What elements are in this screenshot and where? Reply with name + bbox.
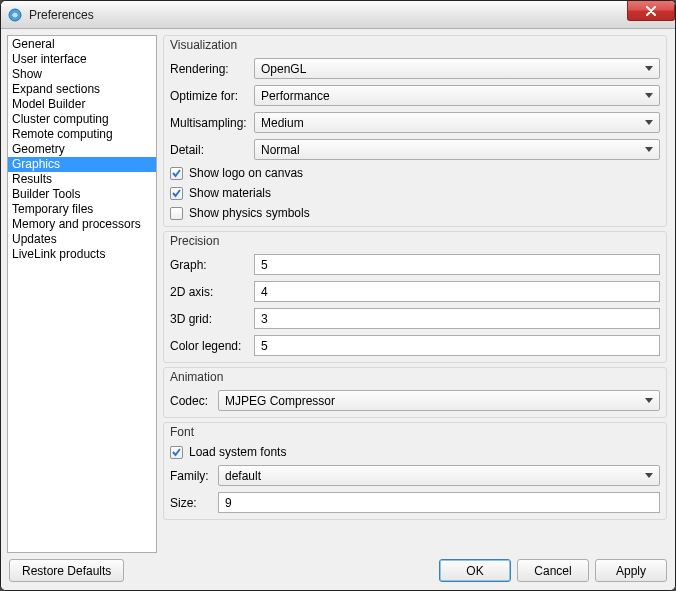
restore-defaults-button[interactable]: Restore Defaults: [9, 559, 124, 582]
multisampling-value: Medium: [261, 116, 645, 130]
chevron-down-icon: [645, 398, 653, 403]
chevron-down-icon: [645, 93, 653, 98]
multisampling-combo[interactable]: Medium: [254, 112, 660, 133]
animation-group: Animation Codec: MJPEG Compressor: [163, 367, 667, 418]
font-title: Font: [164, 423, 666, 443]
category-list[interactable]: General User interface Show Expand secti…: [7, 35, 157, 553]
main-area: General User interface Show Expand secti…: [7, 35, 669, 553]
visualization-group: Visualization Rendering: OpenGL Optimize…: [163, 35, 667, 227]
colorlegend-label: Color legend:: [170, 339, 250, 353]
nav-item-show[interactable]: Show: [8, 67, 156, 82]
font-group: Font Load system fonts Family: default: [163, 422, 667, 520]
precision-title: Precision: [164, 232, 666, 252]
load-fonts-checkbox[interactable]: [170, 446, 183, 459]
detail-value: Normal: [261, 143, 645, 157]
family-value: default: [225, 469, 645, 483]
chevron-down-icon: [645, 66, 653, 71]
axis2d-label: 2D axis:: [170, 285, 250, 299]
visualization-title: Visualization: [164, 36, 666, 56]
load-fonts-label: Load system fonts: [189, 445, 286, 459]
family-combo[interactable]: default: [218, 465, 660, 486]
chevron-down-icon: [645, 147, 653, 152]
show-physics-label: Show physics symbols: [189, 206, 310, 220]
precision-group: Precision Graph: 2D axis: 3D grid:: [163, 231, 667, 363]
nav-item-general[interactable]: General: [8, 37, 156, 52]
window-title: Preferences: [29, 8, 94, 22]
nav-item-geometry[interactable]: Geometry: [8, 142, 156, 157]
optimize-label: Optimize for:: [170, 89, 250, 103]
nav-item-memory-processors[interactable]: Memory and processors: [8, 217, 156, 232]
nav-item-graphics[interactable]: Graphics: [8, 157, 156, 172]
preferences-window: Preferences General User interface Show …: [0, 0, 676, 591]
detail-combo[interactable]: Normal: [254, 139, 660, 160]
nav-item-remote-computing[interactable]: Remote computing: [8, 127, 156, 142]
size-label: Size:: [170, 496, 214, 510]
nav-item-results[interactable]: Results: [8, 172, 156, 187]
size-input[interactable]: [218, 492, 660, 513]
ok-button[interactable]: OK: [439, 559, 511, 582]
settings-pane: Visualization Rendering: OpenGL Optimize…: [163, 35, 669, 553]
rendering-value: OpenGL: [261, 62, 645, 76]
nav-item-builder-tools[interactable]: Builder Tools: [8, 187, 156, 202]
detail-label: Detail:: [170, 143, 250, 157]
rendering-label: Rendering:: [170, 62, 250, 76]
cancel-button[interactable]: Cancel: [517, 559, 589, 582]
nav-item-temporary-files[interactable]: Temporary files: [8, 202, 156, 217]
show-physics-checkbox[interactable]: [170, 207, 183, 220]
rendering-combo[interactable]: OpenGL: [254, 58, 660, 79]
nav-item-updates[interactable]: Updates: [8, 232, 156, 247]
graph-input[interactable]: [254, 254, 660, 275]
colorlegend-input[interactable]: [254, 335, 660, 356]
multisampling-label: Multisampling:: [170, 116, 250, 130]
family-label: Family:: [170, 469, 214, 483]
button-bar: Restore Defaults OK Cancel Apply: [7, 553, 669, 584]
show-logo-checkbox[interactable]: [170, 167, 183, 180]
grid3d-label: 3D grid:: [170, 312, 250, 326]
nav-item-livelink-products[interactable]: LiveLink products: [8, 247, 156, 262]
show-logo-label: Show logo on canvas: [189, 166, 303, 180]
nav-item-model-builder[interactable]: Model Builder: [8, 97, 156, 112]
animation-title: Animation: [164, 368, 666, 388]
titlebar: Preferences: [1, 1, 675, 29]
close-button[interactable]: [627, 1, 675, 21]
chevron-down-icon: [645, 473, 653, 478]
app-icon: [7, 7, 23, 23]
nav-item-user-interface[interactable]: User interface: [8, 52, 156, 67]
codec-label: Codec:: [170, 394, 214, 408]
optimize-value: Performance: [261, 89, 645, 103]
codec-value: MJPEG Compressor: [225, 394, 645, 408]
chevron-down-icon: [645, 120, 653, 125]
show-materials-label: Show materials: [189, 186, 271, 200]
client-area: General User interface Show Expand secti…: [1, 29, 675, 590]
nav-item-expand-sections[interactable]: Expand sections: [8, 82, 156, 97]
axis2d-input[interactable]: [254, 281, 660, 302]
graph-label: Graph:: [170, 258, 250, 272]
optimize-combo[interactable]: Performance: [254, 85, 660, 106]
show-materials-checkbox[interactable]: [170, 187, 183, 200]
codec-combo[interactable]: MJPEG Compressor: [218, 390, 660, 411]
nav-item-cluster-computing[interactable]: Cluster computing: [8, 112, 156, 127]
apply-button[interactable]: Apply: [595, 559, 667, 582]
grid3d-input[interactable]: [254, 308, 660, 329]
